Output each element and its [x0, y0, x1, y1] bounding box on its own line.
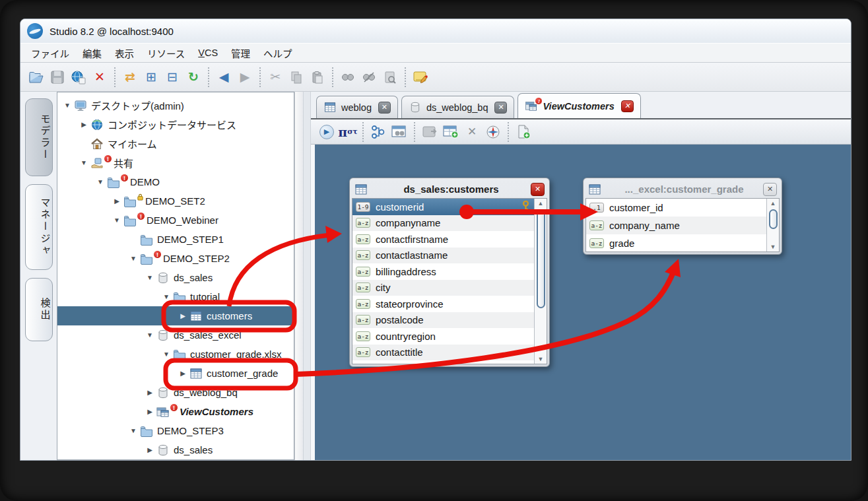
expand-arrow[interactable]: ▶ [79, 121, 88, 128]
find-in-resource-icon[interactable] [380, 67, 400, 87]
new-view-icon[interactable] [514, 123, 533, 141]
expand-arrow[interactable]: ▼ [96, 178, 105, 185]
menu-help[interactable]: ヘルプ [257, 44, 299, 62]
copy-icon[interactable] [286, 67, 306, 87]
column-row[interactable]: a-zpostalcode [352, 312, 534, 329]
tree-scrollbar[interactable] [294, 92, 303, 460]
menu-view[interactable]: 表示 [108, 44, 141, 62]
tree-item-customer-grade[interactable]: ▶customer_grade [57, 364, 294, 383]
execute-icon[interactable]: ▶ [317, 123, 336, 141]
tree-item-customer-grade-xlsx[interactable]: ▼customer_grade.xlsx [57, 345, 294, 364]
vertical-scrollbar[interactable]: ▲ ▼ [534, 199, 547, 364]
expand-arrow[interactable]: ▼ [63, 102, 72, 109]
expand-arrow[interactable]: ▼ [112, 217, 121, 224]
scrollbar-thumb[interactable] [537, 209, 545, 308]
tree-item-demo-step2[interactable]: ▼!DEMO_STEP2 [57, 249, 294, 268]
expand-arrow[interactable]: ▶ [145, 389, 154, 396]
open-icon[interactable] [26, 67, 46, 87]
column-row[interactable]: a-zbillingaddress [352, 263, 534, 280]
menu-resource[interactable]: リソース [141, 44, 191, 62]
expand-arrow[interactable]: ▶ [178, 370, 187, 377]
tree-item-viewcustomers[interactable]: ▶!ViewCustomers [57, 402, 294, 421]
expand-all-icon[interactable]: ⊞ [141, 67, 161, 87]
vertical-scrollbar[interactable]: ▲ ▼ [766, 199, 779, 251]
tree-item-ds-sales-2[interactable]: ▶ds_sales [57, 440, 294, 459]
back-icon[interactable]: ◀ [214, 67, 234, 87]
forward-icon[interactable]: ▶ [235, 67, 255, 87]
scroll-up-icon[interactable]: ▲ [770, 199, 776, 208]
show-table-icon[interactable] [420, 123, 439, 141]
table-window-ds-sales-customers[interactable]: ds_sales:customers ✕ 1-9customerid a-zco… [349, 178, 550, 367]
scrollbar-thumb[interactable] [769, 209, 778, 229]
panel-splitter[interactable] [303, 92, 311, 460]
expand-arrow[interactable]: ▶ [145, 408, 154, 415]
close-icon[interactable]: ✕ [763, 183, 777, 196]
cut-icon[interactable]: ✂ [265, 67, 285, 87]
side-tab-modeler[interactable]: モデラー [25, 98, 53, 176]
tree-item-demo[interactable]: ▼!DEMO [57, 172, 294, 191]
tree-item-demo-webiner[interactable]: ▼!DEMO_Webiner [57, 211, 294, 230]
column-row[interactable]: a-zcontacttitle [352, 345, 534, 361]
table-window-excel-customer-grade[interactable]: ..._excel:customer_grade ✕ .1customer_id… [583, 178, 782, 255]
column-row[interactable]: a-zcontactfirstname [352, 231, 534, 248]
tree-item-shared[interactable]: ▼!共有 [57, 153, 294, 172]
tree-item-desktop[interactable]: ▼デスクトップ(admin) [57, 96, 294, 115]
expand-arrow[interactable]: ▼ [129, 255, 138, 262]
expand-arrow[interactable]: ▶ [178, 312, 187, 319]
tree-item-my-home[interactable]: マイホーム [57, 134, 294, 153]
find-next-icon[interactable] [359, 67, 379, 87]
close-icon[interactable]: ✕ [531, 183, 545, 196]
scroll-down-icon[interactable]: ▼ [538, 354, 544, 364]
column-row[interactable]: a-zcompanyname [352, 215, 534, 232]
expand-arrow[interactable]: ▼ [145, 331, 154, 339]
swap-icon[interactable]: ⇄ [120, 67, 140, 87]
model-canvas[interactable]: ds_sales:customers ✕ 1-9customerid a-zco… [315, 145, 851, 460]
collapse-all-icon[interactable]: ⊟ [162, 67, 182, 87]
table-window-header[interactable]: ds_sales:customers ✕ [352, 180, 547, 198]
expand-arrow[interactable]: ▼ [162, 351, 171, 358]
column-row[interactable]: a-zgrade [586, 234, 766, 251]
projection-selection-icon[interactable]: πστ [339, 123, 357, 141]
expand-arrow[interactable]: ▼ [79, 159, 88, 166]
find-in-model-icon[interactable] [390, 123, 409, 141]
remove-icon[interactable]: ✕ [463, 123, 481, 141]
expand-arrow[interactable]: ▼ [145, 274, 154, 281]
expand-arrow[interactable]: ▼ [162, 293, 171, 300]
tab-viewcustomers[interactable]: ! ViewCustomers ✕ [517, 93, 640, 118]
tree-item-demo-set2[interactable]: ▶DEMO_SET2 [57, 191, 294, 211]
paste-icon[interactable] [308, 67, 327, 87]
delete-icon[interactable]: ✕ [90, 67, 110, 87]
scroll-up-icon[interactable]: ▲ [538, 199, 544, 208]
column-row[interactable]: 1-9customerid [352, 199, 534, 215]
menu-vcs[interactable]: VCS [191, 46, 224, 60]
refresh-icon[interactable]: ↻ [184, 67, 203, 87]
tree-item-ds-weblog-bq[interactable]: ▶ds_weblog_bq [57, 383, 294, 402]
menu-admin[interactable]: 管理 [224, 44, 257, 62]
close-icon[interactable]: ✕ [621, 100, 634, 112]
menu-file[interactable]: ファイル [24, 44, 76, 62]
expand-arrow[interactable]: ▼ [129, 427, 138, 434]
column-row[interactable]: a-zcity [352, 280, 534, 296]
add-table-icon[interactable] [442, 123, 460, 141]
tree-item-ds-sales-excel[interactable]: ▼ds_sales_excel [57, 325, 294, 345]
close-icon[interactable]: ✕ [378, 102, 391, 114]
annotation-icon[interactable] [411, 67, 430, 87]
tree-item-demo-step3[interactable]: ▼DEMO_STEP3 [57, 421, 294, 440]
column-row[interactable]: a-zstateorprovince [352, 296, 534, 312]
save-icon[interactable] [48, 67, 67, 87]
expand-arrow[interactable]: ▶ [112, 197, 121, 205]
table-window-header[interactable]: ..._excel:customer_grade ✕ [585, 180, 780, 198]
tab-ds-weblog-bq[interactable]: ds_weblog_bq ✕ [401, 96, 515, 118]
column-row[interactable]: a-zcontactlastname [352, 248, 534, 264]
tree-item-tutorial[interactable]: ▼tutorial [57, 287, 294, 306]
tree-item-demo-step1[interactable]: DEMO_STEP1 [57, 230, 294, 249]
tab-weblog[interactable]: weblog ✕ [316, 96, 398, 118]
publish-icon[interactable] [69, 67, 88, 87]
lineage-icon[interactable] [369, 123, 387, 141]
expand-arrow[interactable]: ▶ [145, 446, 154, 453]
close-icon[interactable]: ✕ [494, 102, 507, 114]
tree-item-ds-sales[interactable]: ▼ds_sales [57, 268, 294, 287]
navigator-icon[interactable] [484, 123, 502, 141]
scroll-down-icon[interactable]: ▼ [770, 242, 776, 251]
column-row[interactable]: a-zcompany_name [586, 217, 766, 234]
